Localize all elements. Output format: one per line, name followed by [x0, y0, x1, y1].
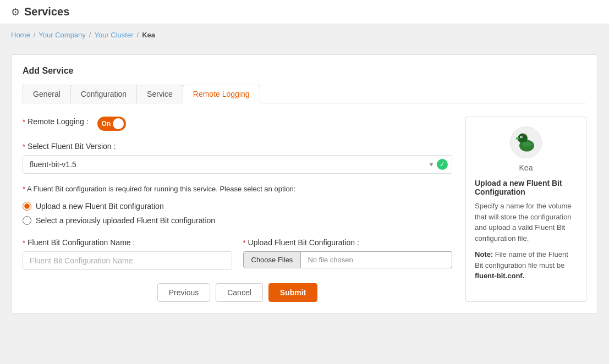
config-required-notice: * A Fluent Bit configuration is required…	[23, 185, 452, 193]
svg-point-4	[521, 136, 522, 137]
add-service-card: Add Service General Configuration Servic…	[11, 54, 598, 313]
form-area: * Remote Logging : On *	[23, 117, 452, 302]
cancel-button[interactable]: Cancel	[216, 283, 263, 302]
breadcrumb: Home / Your Company / Your Cluster / Kea	[0, 24, 609, 46]
tab-service[interactable]: Service	[136, 85, 183, 103]
content-area: * Remote Logging : On *	[23, 117, 586, 302]
tab-remote-logging[interactable]: Remote Logging	[183, 85, 260, 103]
two-col-inputs: * Fluent Bit Configuration Name : * Uplo…	[23, 238, 452, 270]
breadcrumb-sep-2: /	[89, 31, 91, 39]
version-label: * Select Fluent Bit Version :	[23, 142, 452, 151]
sidebar-upload-title: Upload a new Fluent Bit Configuration	[475, 179, 577, 196]
upload-label: * Upload Fluent Bit Configuration :	[243, 238, 453, 247]
radio-upload-new-input[interactable]	[23, 202, 31, 211]
choose-files-button[interactable]: Choose Files	[243, 251, 301, 268]
note-filename: fluent-bit.conf.	[475, 272, 524, 280]
chevron-down-icon: ▼	[428, 161, 435, 168]
kea-service-name: Kea	[519, 163, 533, 172]
gear-icon: ⚙	[11, 6, 20, 18]
validation-check-icon: ✓	[437, 159, 448, 170]
version-select-container: fluent-bit-v1.5 fluent-bit-v1.6 fluent-b…	[23, 155, 452, 174]
kea-logo-container: Kea	[475, 126, 577, 172]
select-icons: ▼ ✓	[428, 159, 448, 170]
tab-configuration[interactable]: Configuration	[70, 85, 137, 103]
radio-select-previous-input[interactable]	[23, 216, 31, 225]
tab-general[interactable]: General	[23, 85, 71, 103]
version-select-group: * Select Fluent Bit Version : fluent-bit…	[23, 142, 452, 174]
card-title: Add Service	[23, 66, 586, 76]
remote-logging-label: * Remote Logging :	[23, 117, 89, 126]
action-buttons: Previous Cancel Submit	[23, 283, 452, 302]
required-star-1: *	[23, 118, 25, 126]
previous-button[interactable]: Previous	[157, 283, 210, 302]
breadcrumb-company[interactable]: Your Company	[39, 31, 86, 39]
submit-button[interactable]: Submit	[268, 283, 317, 302]
top-bar: ⚙ Services	[0, 0, 609, 24]
main-content: Add Service General Configuration Servic…	[0, 46, 609, 322]
kea-logo-icon	[509, 126, 542, 159]
remote-logging-group: * Remote Logging : On	[23, 117, 452, 131]
breadcrumb-sep-3: /	[137, 31, 139, 39]
note-label: Note:	[475, 250, 493, 258]
radio-select-previous-label: Select a previously uploaded Fluent Bit …	[36, 216, 215, 225]
app-title: Services	[24, 5, 69, 18]
toggle-on-label: On	[102, 120, 111, 128]
radio-group: Upload a new Fluent Bit configuration Se…	[23, 202, 452, 225]
config-name-input[interactable]	[23, 251, 232, 270]
required-star-5: *	[243, 239, 246, 247]
required-star-2: *	[23, 142, 25, 151]
required-star-3: *	[23, 185, 25, 193]
remote-logging-toggle[interactable]: On	[97, 117, 126, 131]
breadcrumb-home[interactable]: Home	[11, 31, 30, 39]
sidebar-description: Specify a name for the volume that will …	[475, 201, 577, 244]
tabs-container: General Configuration Service Remote Log…	[23, 85, 586, 103]
breadcrumb-current: Kea	[142, 31, 155, 39]
required-star-4: *	[23, 239, 25, 247]
upload-col: * Upload Fluent Bit Configuration : Choo…	[243, 238, 453, 270]
sidebar-note: Note: File name of the Fluent Bit config…	[475, 249, 577, 282]
sidebar-info: Kea Upload a new Fluent Bit Configuratio…	[465, 117, 586, 302]
file-name-display: No file chosen	[301, 251, 452, 268]
breadcrumb-sep-1: /	[34, 31, 36, 39]
radio-upload-new-label: Upload a new Fluent Bit configuration	[36, 202, 164, 211]
config-name-col: * Fluent Bit Configuration Name :	[23, 238, 232, 270]
version-select[interactable]: fluent-bit-v1.5 fluent-bit-v1.6 fluent-b…	[23, 155, 452, 174]
radio-upload-new[interactable]: Upload a new Fluent Bit configuration	[23, 202, 452, 211]
radio-select-previous[interactable]: Select a previously uploaded Fluent Bit …	[23, 216, 452, 225]
breadcrumb-cluster[interactable]: Your Cluster	[94, 31, 133, 39]
config-name-label: * Fluent Bit Configuration Name :	[23, 238, 232, 247]
file-upload-area: Choose Files No file chosen	[243, 251, 453, 268]
